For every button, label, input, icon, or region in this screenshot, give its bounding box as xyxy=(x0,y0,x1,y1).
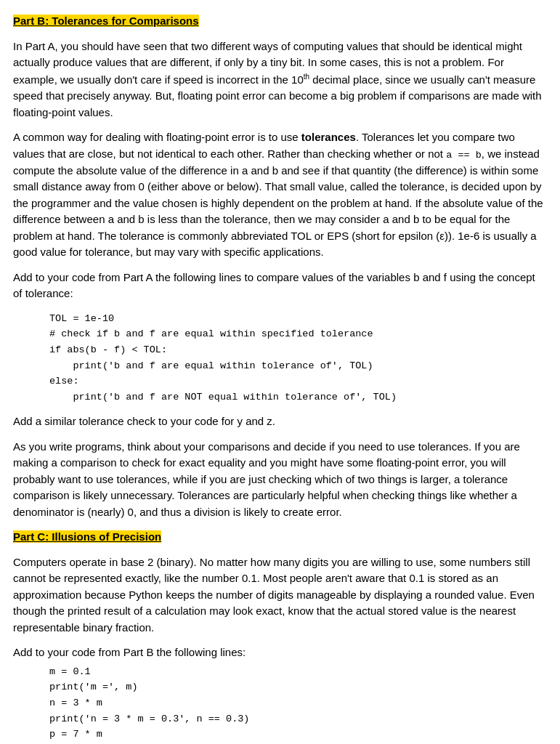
partC-title: Part C: Illusions of Precision xyxy=(13,529,547,546)
partB-para4: Add a similar tolerance check to your co… xyxy=(13,413,547,430)
partC-code-block: m = 0.1 print('m =', m) n = 3 * m print(… xyxy=(13,664,547,744)
tolerances-bold: tolerances xyxy=(301,131,356,143)
partB-para2-start: A common way for dealing with floating-p… xyxy=(13,131,301,143)
partB-para3: Add to your code from Part A the followi… xyxy=(13,270,547,302)
partB-code-block: TOL = 1e-10 # check if b and f are equal… xyxy=(13,311,547,405)
partB-intro-paragraph: In Part A, you should have seen that two… xyxy=(13,39,547,121)
partB-para5: As you write programs, think about your … xyxy=(13,439,547,521)
inline-code-ab: a == b xyxy=(446,150,482,161)
partC-para2: Add to your code from Part B the followi… xyxy=(13,644,547,661)
partC-para1: Computers operate in base 2 (binary). No… xyxy=(13,554,547,636)
partB-title: Part B: Tolerances for Comparisons xyxy=(13,13,547,30)
partB-para2: A common way for dealing with floating-p… xyxy=(13,129,547,261)
superscript: th xyxy=(304,73,309,81)
partB-para2-end2: , we instead compute the absolute value … xyxy=(13,147,543,259)
